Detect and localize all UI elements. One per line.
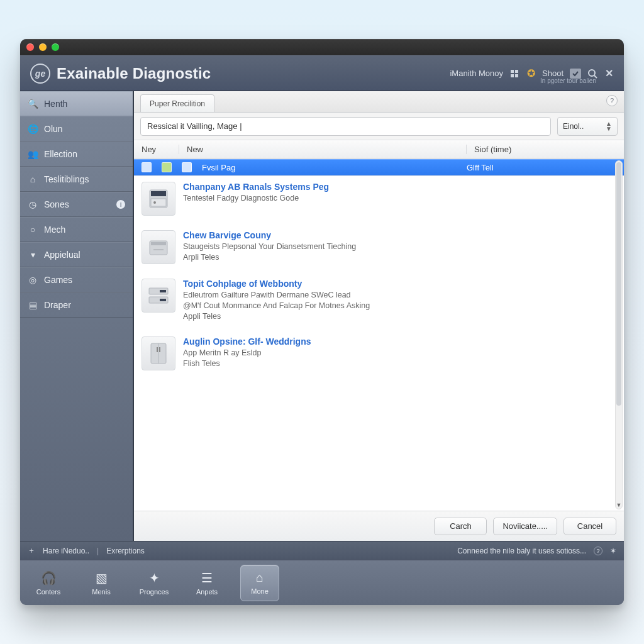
column-headers: Ney New Siof (time) [134,140,624,159]
titlebar [20,39,624,55]
home-icon: ⌂ [256,570,264,585]
column-time[interactable]: Siof (time) [467,145,624,154]
thumb-icon [182,162,192,172]
scroll-down-icon[interactable]: ▼ [616,501,622,509]
sidebar-item-sones[interactable]: ◷ Sones i [20,192,133,217]
badge-icon[interactable]: ✪ [526,69,536,79]
search-bar: Einol.. ▲▼ [134,113,624,140]
row-title: Chanpany AB Ranals Systems Peg [183,182,616,192]
sidebar-item-mech[interactable]: ○ Mech [20,217,133,242]
search-icon: 🔍 [28,99,38,109]
tab-label: Puper Rrecilition [150,99,205,108]
app-window: ge Exainable Diagnostic iManith Monoy ✪ … [20,39,624,605]
svg-rect-20 [159,347,160,352]
row-time: Glff Tell [459,163,616,172]
scrollbar[interactable]: ▲ ▼ [615,160,623,509]
novicate-button[interactable]: Noviicate..... [493,518,557,535]
encode-label: Einol.. [563,122,584,131]
sidebar-item-label: Sones [44,199,69,209]
status-left-1[interactable]: Hare iNeduo.. [43,547,89,555]
scroll-thumb[interactable] [616,162,621,406]
row-subtitle: Staugeists Plepsonal Your Diansetsment T… [183,242,616,252]
row-title: Fvsil Pag [202,163,452,172]
row-subtitle: App Meritn R ay Esldp [183,348,616,358]
sidebar-item-henth[interactable]: 🔍 Henth [20,91,133,116]
list-row[interactable]: Chanpany AB Ranals Systems Peg Tentestel… [134,175,624,224]
info-badge: i [116,200,125,209]
encode-dropdown[interactable]: Einol.. ▲▼ [557,117,618,136]
status-left-2[interactable]: Exrerptions [106,547,145,555]
dock-label: Anpets [196,588,218,596]
app-header: ge Exainable Diagnostic iManith Monoy ✪ … [20,55,624,91]
sidebar: 🔍 Henth 🌐 Olun 👥 Ellection ⌂ Teslitiblin… [20,91,133,541]
list-icon: ☰ [201,570,213,586]
status-right: Conneed the nile baly it uses sotioss... [457,547,586,555]
sidebar-item-label: Olun [44,124,63,134]
window-minimize-button[interactable] [39,43,47,51]
dock-conters[interactable]: 🎧 Conters [29,565,68,601]
status-bug-icon[interactable]: ✶ [610,547,616,555]
column-ney[interactable]: Ney [134,145,179,154]
sidebar-item-olun[interactable]: 🌐 Olun [20,116,133,142]
cancel-button[interactable]: Cancel [564,518,616,535]
tab-bar: Puper Rrecilition ? [134,91,624,113]
svg-rect-2 [511,74,514,77]
sidebar-item-label: Mech [44,225,65,235]
svg-rect-16 [160,299,166,301]
list-row[interactable]: Topit Cohplage of Webbonty Edleutrom Gai… [134,272,624,330]
sidebar-item-label: Henth [44,99,67,109]
sidebar-item-games[interactable]: ◎ Games [20,267,133,292]
status-plus-icon[interactable]: ＋ [28,545,35,556]
app-title: Exainable Diagnostic [57,65,211,82]
people-icon: 👥 [28,149,38,159]
svg-rect-11 [151,242,166,245]
window-zoom-button[interactable] [52,43,59,51]
header-menu-label[interactable]: iManith Monoy [450,69,503,78]
svg-point-4 [589,70,595,76]
dock-menis[interactable]: ▧ Menis [82,565,121,601]
dock-label: Mone [251,587,269,595]
appliance-range-icon [142,182,175,216]
dock-anpets[interactable]: ☰ Anpets [187,565,226,601]
target-icon: ◎ [28,275,38,285]
search-input[interactable] [140,117,551,136]
header-subtitle: In pgoter tour balien [540,77,596,84]
dock-label: Conters [36,588,61,596]
header-shoot-label[interactable]: Shoot [542,69,564,78]
svg-rect-3 [515,74,518,77]
row-subtitle: Appli Teles [183,311,616,322]
dialog-button-bar: Carch Noviicate..... Cancel [134,511,624,541]
grid-icon[interactable] [509,69,519,79]
close-icon[interactable]: ✕ [604,69,614,79]
dock-prognces[interactable]: ✦ Prognces [135,565,174,601]
dock-mone[interactable]: ⌂ Mone [240,565,279,601]
carch-button[interactable]: Carch [434,518,487,535]
column-new[interactable]: New [179,145,467,154]
tab-puper-recilition[interactable]: Puper Rrecilition [140,94,214,112]
window-close-button[interactable] [26,43,34,51]
clock-icon: ◷ [28,199,38,209]
sidebar-item-label: Draper [44,300,71,310]
svg-rect-15 [160,290,166,292]
home-icon: ⌂ [28,174,38,184]
sidebar-item-ellection[interactable]: 👥 Ellection [20,142,133,167]
bar-chart-icon: ▤ [28,300,38,310]
row-title: Chew Barvige Couny [183,230,616,240]
sidebar-item-draper[interactable]: ▤ Draper [20,292,133,318]
dock-label: Prognces [140,588,169,596]
appliance-drawer-icon [142,279,175,313]
thumb-icon [162,162,172,172]
list-row[interactable]: Auglin Opsine: Glf- Weddrigns App Meritn… [134,330,624,379]
sidebar-item-appielual[interactable]: ▾ Appielual [20,242,133,267]
status-info-icon[interactable]: ? [594,547,602,555]
row-title: Topit Cohplage of Webbonty [183,279,616,289]
list-row[interactable]: Chew Barvige Couny Staugeists Plepsonal … [134,224,624,272]
list-row-selected[interactable]: Fvsil Pag Glff Tell [134,159,624,175]
search-icon: ○ [28,225,38,235]
row-title: Auglin Opsine: Glf- Weddrigns [183,336,616,347]
sidebar-item-teslitiblings[interactable]: ⌂ Teslitiblings [20,167,133,192]
help-icon[interactable]: ? [606,95,618,106]
box-icon: ▧ [96,570,108,586]
globe-icon: 🌐 [28,124,38,134]
dock-label: Menis [92,588,110,596]
